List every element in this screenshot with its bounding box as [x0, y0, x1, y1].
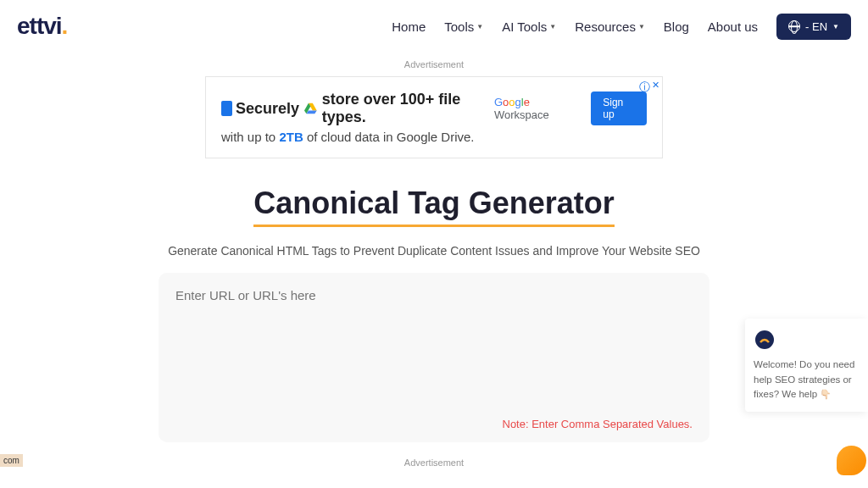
input-note: Note: Enter Comma Separated Values.	[503, 418, 693, 430]
bottom-status-link[interactable]: com	[0, 454, 23, 467]
main-content: Advertisement ⓘ ✕ Securely store over 10…	[103, 59, 765, 468]
ad-label-top: Advertisement	[103, 59, 765, 69]
ad-headline-post: store over 100+ file types.	[322, 91, 494, 126]
drive-icon	[304, 103, 317, 114]
nav-about[interactable]: About us	[708, 19, 758, 34]
chevron-down-icon: ▼	[638, 23, 645, 30]
nav-home[interactable]: Home	[392, 19, 426, 34]
language-label: - EN	[805, 20, 827, 33]
url-input[interactable]	[175, 288, 693, 317]
page-title: Canonical Tag Generator	[253, 186, 614, 227]
header: ettvi. Home Tools▼ AI Tools▼ Resources▼ …	[0, 0, 868, 53]
chevron-down-icon: ▼	[832, 23, 839, 30]
logo[interactable]: ettvi.	[17, 13, 67, 40]
google-workspace-logo: Google Workspace	[494, 96, 581, 121]
chat-avatar-icon	[754, 329, 776, 351]
nav-about-label: About us	[708, 19, 758, 34]
ad-row: Securely store over 100+ file types. Goo…	[221, 91, 647, 126]
ad-right: Google Workspace Sign up	[494, 92, 647, 125]
nav-tools[interactable]: Tools▼	[444, 19, 483, 34]
document-icon	[221, 101, 232, 116]
ad-label-bottom: Advertisement	[103, 458, 765, 468]
logo-dot: .	[62, 13, 68, 39]
ad-sub-pre: with up to	[221, 130, 279, 144]
workspace-text: Workspace	[494, 108, 549, 121]
hand-emoji: 👇🏻	[820, 387, 832, 402]
chevron-down-icon: ▼	[476, 23, 483, 30]
ad-close-icon[interactable]: ✕	[652, 80, 659, 91]
nav-ai-tools[interactable]: AI Tools▼	[502, 19, 556, 34]
ad-headline-pre: Securely	[236, 100, 299, 118]
ad-sub-highlight: 2TB	[279, 130, 303, 144]
nav-blog[interactable]: Blog	[664, 19, 689, 34]
chat-message-text: Welcome! Do you need help SEO strategies…	[754, 359, 854, 399]
globe-icon	[788, 20, 800, 32]
signup-button[interactable]: Sign up	[591, 92, 647, 125]
nav-blog-label: Blog	[664, 19, 689, 34]
ad-info-icon[interactable]: ⓘ	[639, 80, 650, 95]
chat-message: Welcome! Do you need help SEO strategies…	[754, 358, 860, 402]
ad-left: Securely store over 100+ file types.	[221, 91, 494, 126]
nav-ai-tools-label: AI Tools	[502, 19, 547, 34]
nav-home-label: Home	[392, 19, 426, 34]
chevron-down-icon: ▼	[549, 23, 556, 30]
chat-launcher-button[interactable]	[837, 446, 866, 475]
ad-sub-post: of cloud data in Google Drive.	[303, 130, 475, 144]
ad-banner[interactable]: ⓘ ✕ Securely store over 100+ file types.…	[205, 76, 663, 158]
chat-widget[interactable]: Welcome! Do you need help SEO strategies…	[745, 319, 868, 412]
logo-text: ettvi	[17, 13, 62, 39]
page-subtitle: Generate Canonical HTML Tags to Prevent …	[103, 244, 765, 258]
ad-subtext: with up to 2TB of cloud data in Google D…	[221, 130, 647, 144]
url-input-container: Note: Enter Comma Separated Values.	[159, 273, 709, 442]
nav-resources-label: Resources	[575, 19, 636, 34]
nav-bar: Home Tools▼ AI Tools▼ Resources▼ Blog Ab…	[392, 14, 851, 40]
nav-resources[interactable]: Resources▼	[575, 19, 645, 34]
nav-tools-label: Tools	[444, 19, 474, 34]
language-selector[interactable]: - EN ▼	[776, 14, 851, 40]
